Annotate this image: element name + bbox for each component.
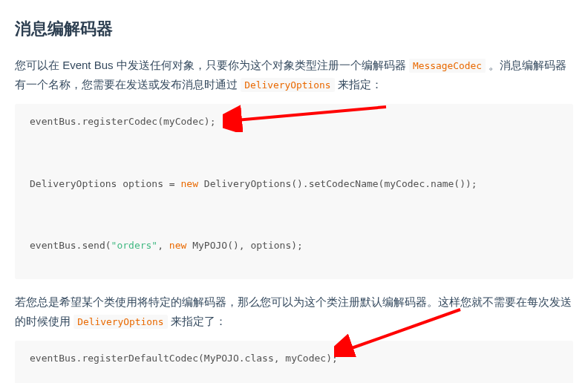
code-text: ,	[157, 240, 169, 251]
code-text: MyPOJO(), options);	[186, 240, 303, 251]
code-text: eventBus.registerDefaultCodec(MyPOJO.cla…	[30, 353, 338, 364]
text: 来指定：	[338, 78, 382, 91]
paragraph-1: 您可以在 Event Bus 中发送任何对象，只要你为这个对象类型注册一个编解码…	[15, 56, 573, 94]
code-text: eventBus.registerCodec(myCodec);	[30, 116, 215, 127]
blank-line	[30, 207, 558, 223]
inline-code-deliveryoptions: DeliveryOptions	[241, 78, 334, 92]
code-text: DeliveryOptions options =	[30, 178, 181, 189]
code-string: "orders"	[111, 240, 158, 251]
inline-code-messagecodec: MessageCodec	[409, 59, 486, 73]
code-block-1: eventBus.registerCodec(myCodec); Deliver…	[15, 104, 573, 279]
text: 您可以在 Event Bus 中发送任何对象，只要你为这个对象类型注册一个编解码…	[15, 59, 409, 71]
code-keyword-new: new	[169, 240, 186, 251]
code-keyword-new: new	[181, 178, 198, 189]
text: 来指定了：	[171, 315, 226, 327]
section-heading: 消息编解码器	[15, 15, 573, 42]
inline-code-deliveryoptions: DeliveryOptions	[74, 315, 167, 329]
code-text: eventBus.send(	[30, 240, 111, 251]
code-text: DeliveryOptions().setCodecName(myCodec.n…	[198, 178, 477, 189]
blank-line	[30, 145, 558, 161]
paragraph-2: 若您总是希望某个类使用将特定的编解码器，那么您可以为这个类注册默认编解码器。这样…	[15, 292, 573, 330]
code-block-2: eventBus.registerDefaultCodec(MyPOJO.cla…	[15, 341, 573, 383]
